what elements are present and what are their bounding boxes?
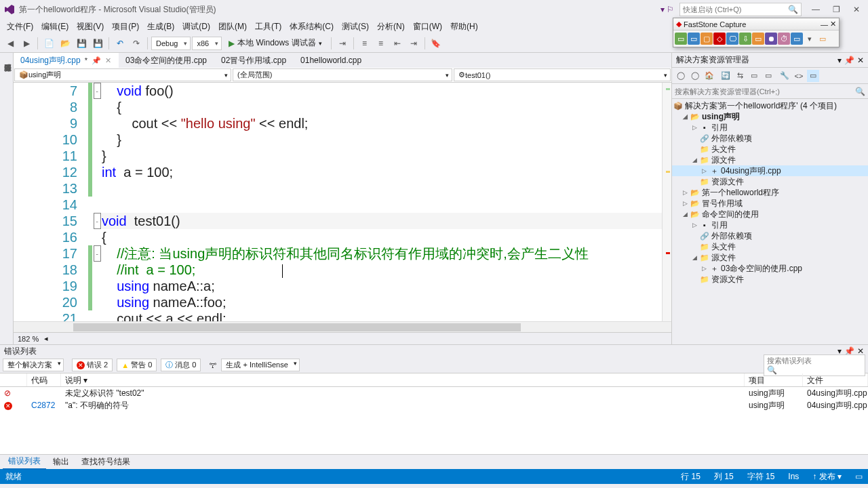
bottom-tab[interactable]: 查找符号结果: [76, 455, 136, 469]
error-row[interactable]: ✕C2872"a": 不明确的符号using声明04using声明.cpp 1: [0, 399, 868, 411]
error-row[interactable]: ⊘未定义标识符 "test02"using声明04using声明.cpp 3: [0, 387, 868, 399]
platform-combo[interactable]: x86: [192, 37, 222, 50]
collapse-icon[interactable]: ▭: [748, 70, 760, 82]
capture-scroll-icon[interactable]: ⇩: [739, 33, 751, 45]
capture-full-icon[interactable]: 🖵: [726, 33, 738, 45]
indent-button[interactable]: ⇤: [390, 36, 405, 51]
filter-icon[interactable]: 🝖: [209, 361, 217, 370]
home-icon[interactable]: 🏠: [703, 70, 715, 82]
delay-icon[interactable]: ⏱: [778, 33, 790, 45]
tree-node[interactable]: 📁资源文件: [672, 274, 868, 285]
messages-filter[interactable]: ⓘ消息 0: [161, 359, 201, 371]
back-icon[interactable]: ◯: [675, 70, 687, 82]
nav-scope-combo[interactable]: (全局范围): [233, 68, 452, 81]
menu-item[interactable]: 项目(P): [108, 20, 143, 34]
settings-icon[interactable]: ▾: [804, 33, 816, 45]
panel-pin-icon[interactable]: 📌: [844, 56, 854, 65]
tree-node[interactable]: ▷📂第一个helloworld程序: [672, 187, 868, 198]
capture-active-icon[interactable]: ▭: [675, 33, 687, 45]
errors-filter[interactable]: ✕错误 2: [72, 359, 113, 371]
error-search[interactable]: 🔍: [764, 354, 865, 376]
tree-node[interactable]: ▷＋04using声明.cpp: [672, 165, 868, 176]
menu-item[interactable]: 帮助(H): [446, 20, 482, 34]
open-button[interactable]: 📂: [58, 36, 73, 51]
tree-node[interactable]: 📁头文件: [672, 144, 868, 155]
editor-tab[interactable]: 02冒号作用域.cpp: [214, 53, 294, 68]
solution-search[interactable]: 🔍: [672, 84, 868, 99]
uncomment-button[interactable]: ≡: [374, 36, 389, 51]
zoom-level[interactable]: 182 %: [18, 335, 39, 343]
undo-button[interactable]: ↶: [113, 36, 127, 51]
tree-node[interactable]: ◢📁源文件: [672, 252, 868, 263]
tree-node[interactable]: 🔗外部依赖项: [672, 133, 868, 144]
error-rows[interactable]: ⊘未定义标识符 "test02"using声明04using声明.cpp 3✕C…: [0, 387, 868, 454]
config-combo[interactable]: Debug: [151, 37, 191, 50]
output-icon[interactable]: ▭: [791, 33, 803, 45]
pin-icon[interactable]: 📌: [92, 56, 101, 65]
menu-item[interactable]: 团队(M): [214, 20, 251, 34]
capture-window-icon[interactable]: ▭: [688, 33, 700, 45]
dest-icon[interactable]: ▭: [816, 33, 829, 45]
status-publish[interactable]: ↑ 发布 ▾: [812, 471, 842, 483]
outdent-button[interactable]: ⇥: [406, 36, 421, 51]
menu-item[interactable]: 测试(S): [338, 20, 373, 34]
panel-dropdown-icon[interactable]: ▾: [837, 56, 842, 65]
tree-node[interactable]: ◢📂using声明: [672, 111, 868, 122]
solution-root[interactable]: 📦 解决方案'第一个helloworld程序' (4 个项目): [672, 100, 868, 111]
minimize-icon[interactable]: ―: [821, 20, 828, 28]
menu-item[interactable]: 调试(D): [178, 20, 214, 34]
restore-button[interactable]: ❐: [829, 3, 844, 16]
menu-item[interactable]: 编辑(E): [37, 20, 73, 34]
status-notify-icon[interactable]: ▭: [855, 472, 863, 481]
solution-search-input[interactable]: [675, 87, 855, 96]
editor-tab[interactable]: 04using声明.cpp* 📌 ✕: [14, 53, 119, 68]
tree-node[interactable]: ▷📂冒号作用域: [672, 198, 868, 209]
tree-node[interactable]: ▷▪引用: [672, 122, 868, 133]
faststone-title[interactable]: ◆ FastStone Capture ― ✕: [673, 18, 839, 30]
view-icon[interactable]: ▭: [807, 70, 819, 82]
menu-item[interactable]: 工具(T): [251, 20, 285, 34]
nav-fwd-button[interactable]: ▶: [19, 36, 34, 51]
menu-item[interactable]: 文件(F): [3, 20, 37, 34]
tree-node[interactable]: ◢📂命令空间的使用: [672, 209, 868, 220]
nav-back-button[interactable]: ◀: [3, 36, 18, 51]
comment-button[interactable]: ≡: [357, 36, 372, 51]
tab-close-icon[interactable]: ✕: [105, 56, 111, 65]
editor-tab[interactable]: 01helloworld.cpp: [294, 53, 369, 68]
solution-tree[interactable]: 📦 解决方案'第一个helloworld程序' (4 个项目) ◢📂using声…: [672, 99, 868, 344]
minimize-button[interactable]: ―: [808, 3, 823, 16]
horizontal-scrollbar[interactable]: [14, 321, 671, 332]
code-lines[interactable]: void foo() { cout << "hello using" << en…: [102, 83, 662, 321]
build-combo[interactable]: 生成 + IntelliSense: [221, 359, 299, 371]
nav-member-combo[interactable]: ⚙ test01(): [454, 68, 671, 81]
run-button[interactable]: ▶本地 Windows 调试器▾: [223, 36, 327, 51]
tree-node[interactable]: 📁资源文件: [672, 176, 868, 187]
menu-item[interactable]: 体系结构(C): [285, 20, 338, 34]
tree-node[interactable]: ▷＋03命令空间的使用.cpp: [672, 263, 868, 274]
code-icon[interactable]: <>: [793, 70, 805, 82]
save-all-button[interactable]: 💾: [90, 36, 105, 51]
capture-fixed-icon[interactable]: ▭: [752, 33, 764, 45]
sync-icon[interactable]: ⇆: [734, 70, 746, 82]
step-button[interactable]: ⇥: [335, 36, 350, 51]
tree-node[interactable]: ▷▪引用: [672, 220, 868, 230]
left-rail-tab[interactable]: 服务器资源管理器: [3, 57, 13, 344]
quick-launch-input[interactable]: [683, 5, 788, 14]
overview-ruler[interactable]: [662, 83, 671, 321]
menu-item[interactable]: 视图(V): [73, 20, 108, 34]
scope-combo[interactable]: 整个解决方案: [3, 359, 64, 371]
editor-tab[interactable]: 03命令空间的使用.cpp: [119, 53, 214, 68]
tree-node[interactable]: 📁头文件: [672, 241, 868, 252]
redo-button[interactable]: ↷: [129, 36, 144, 51]
new-project-button[interactable]: 📄: [41, 36, 56, 51]
tree-node[interactable]: 🔗外部依赖项: [672, 230, 868, 241]
show-all-icon[interactable]: ▭: [762, 70, 774, 82]
code-area[interactable]: 78910111213141516171819202122 --- void f…: [14, 83, 671, 321]
warnings-filter[interactable]: ▲警告 0: [117, 359, 157, 371]
close-button[interactable]: ✕: [849, 3, 864, 16]
record-icon[interactable]: ⏺: [765, 33, 777, 45]
fold-gutter[interactable]: ---: [92, 83, 102, 321]
bookmark-button[interactable]: 🔖: [429, 36, 443, 51]
quick-launch[interactable]: 🔍: [679, 3, 802, 16]
panel-close-icon[interactable]: ✕: [857, 56, 864, 65]
